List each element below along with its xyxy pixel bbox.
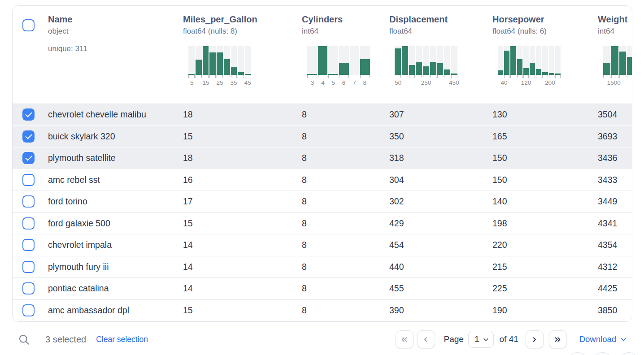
search-icon — [18, 333, 30, 346]
data-table-widget: Name object unique: 311 Miles_per_Gallon… — [12, 5, 632, 322]
mpg-histogram: 515253545 — [188, 46, 251, 87]
row-checkbox[interactable] — [22, 195, 35, 208]
table-row[interactable]: pontiac catalina 14 8 455 225 4425 — [13, 278, 632, 300]
cell-weight: 3433 — [594, 175, 632, 185]
column-dtype: float64 — [389, 26, 487, 36]
chevron-right-icon — [530, 335, 539, 344]
cell-miles-per-gallon: 17 — [179, 196, 298, 207]
row-checkbox-cell — [13, 234, 42, 256]
cell-weight: 3850 — [594, 305, 632, 316]
row-checkbox[interactable] — [22, 304, 35, 316]
cell-miles-per-gallon: 18 — [179, 153, 298, 163]
cell-horsepower: 215 — [489, 262, 594, 272]
cell-name: ford galaxie 500 — [42, 218, 179, 229]
cell-displacement: 302 — [386, 196, 489, 207]
page-label: Page — [444, 334, 464, 344]
row-checkbox[interactable] — [22, 152, 35, 164]
cell-name: chevrolet chevelle malibu — [42, 109, 179, 120]
chevron-left-icon — [422, 335, 430, 344]
cell-name: amc ambassador dpl — [42, 305, 179, 316]
cell-displacement: 390 — [386, 305, 489, 316]
column-unique-count: unique: 311 — [48, 44, 178, 54]
cell-name: buick skylark 320 — [42, 131, 179, 142]
cell-displacement: 454 — [386, 240, 489, 250]
cell-cylinders: 8 — [298, 131, 386, 142]
cell-miles-per-gallon: 14 — [179, 240, 298, 250]
table-row[interactable]: plymouth satellite 18 8 318 150 3436 — [13, 147, 632, 169]
cell-miles-per-gallon: 15 — [179, 305, 298, 316]
cell-horsepower: 150 — [489, 175, 594, 185]
cell-miles-per-gallon: 15 — [179, 131, 298, 142]
row-checkbox[interactable] — [22, 239, 35, 251]
cylinders-histogram: 345678 — [307, 46, 370, 87]
row-checkbox[interactable] — [22, 174, 35, 186]
row-checkbox-cell — [13, 213, 42, 234]
row-checkbox[interactable] — [22, 130, 35, 143]
table-header: Name object unique: 311 Miles_per_Gallon… — [13, 6, 632, 104]
column-dtype: int64 — [598, 26, 632, 36]
page-select[interactable]: 1 — [468, 331, 494, 348]
column-header-name: Name object unique: 311 — [42, 6, 179, 104]
cell-cylinders: 8 — [298, 109, 386, 120]
download-button[interactable]: Download — [579, 334, 627, 344]
cell-horsepower: 198 — [489, 218, 594, 229]
column-title: Miles_per_Gallon — [183, 14, 296, 25]
cell-weight: 4341 — [594, 218, 632, 229]
cell-miles-per-gallon: 14 — [179, 262, 298, 272]
cell-cylinders: 8 — [298, 305, 386, 316]
row-checkbox-cell — [13, 169, 42, 191]
column-dtype: object — [48, 26, 178, 36]
next-page-button[interactable] — [526, 330, 544, 348]
table-row[interactable]: chevrolet impala 14 8 454 220 4354 — [13, 234, 632, 256]
row-checkbox-cell — [13, 191, 42, 212]
prev-page-button[interactable] — [417, 330, 435, 348]
cell-horsepower: 130 — [489, 109, 594, 120]
cell-weight: 3693 — [594, 131, 632, 142]
first-page-button[interactable] — [396, 330, 413, 348]
table-row[interactable]: ford torino 17 8 302 140 3449 — [13, 191, 632, 213]
cell-name: chevrolet impala — [42, 240, 179, 250]
cell-displacement: 429 — [386, 218, 489, 229]
cell-name: ford torino — [42, 196, 179, 207]
column-header-displacement: Displacement float64 50250450 — [386, 6, 489, 104]
displacement-histogram: 50250450 — [395, 46, 457, 87]
cell-cylinders: 8 — [298, 262, 386, 272]
table-row[interactable]: amc ambassador dpl 15 8 390 190 3850 — [13, 300, 632, 322]
row-checkbox[interactable] — [22, 217, 35, 229]
horsepower-histogram: 40120200 — [498, 46, 561, 87]
chevrons-left-icon — [400, 335, 409, 344]
clear-selection-link[interactable]: Clear selection — [96, 335, 148, 344]
column-header-horsepower: Horsepower float64 (nulls: 6) 40120200 — [489, 6, 594, 104]
table-row[interactable]: ford galaxie 500 15 8 429 198 4341 — [13, 213, 632, 235]
search-button[interactable] — [18, 333, 30, 346]
pagination: Page 1 of 41 — [396, 330, 567, 348]
column-title: Name — [48, 14, 178, 25]
column-header-cylinders: Cylinders int64 345678 — [298, 6, 386, 104]
column-title: Cylinders — [302, 14, 384, 25]
cell-displacement: 318 — [386, 153, 489, 163]
cell-name: amc rebel sst — [42, 175, 179, 185]
selected-count: 3 selected — [45, 334, 86, 345]
row-checkbox[interactable] — [22, 282, 35, 294]
row-checkbox-cell — [13, 300, 42, 322]
table-row[interactable]: chevrolet chevelle malibu 18 8 307 130 3… — [13, 104, 632, 126]
row-checkbox[interactable] — [22, 261, 35, 273]
select-all-checkbox[interactable] — [22, 19, 35, 31]
cell-cylinders: 8 — [298, 153, 386, 163]
row-checkbox-cell — [13, 126, 42, 147]
column-title: Weight — [598, 14, 632, 25]
last-page-button[interactable] — [549, 330, 567, 348]
page-count-label: of 41 — [499, 334, 518, 344]
cell-miles-per-gallon: 16 — [179, 175, 298, 185]
cell-horsepower: 140 — [489, 196, 594, 207]
table-row[interactable]: buick skylark 320 15 8 350 165 3693 — [13, 126, 632, 148]
cell-miles-per-gallon: 18 — [179, 109, 298, 120]
column-title: Horsepower — [492, 14, 592, 25]
cell-cylinders: 8 — [298, 283, 386, 294]
cell-horsepower: 220 — [489, 240, 594, 250]
table-row[interactable]: amc rebel sst 16 8 304 150 3433 — [13, 169, 632, 191]
cell-horsepower: 190 — [489, 305, 594, 316]
row-checkbox[interactable] — [22, 108, 35, 121]
table-body: chevrolet chevelle malibu 18 8 307 130 3… — [13, 104, 632, 321]
table-row[interactable]: plymouth fury iii 14 8 440 215 4312 — [13, 256, 632, 278]
